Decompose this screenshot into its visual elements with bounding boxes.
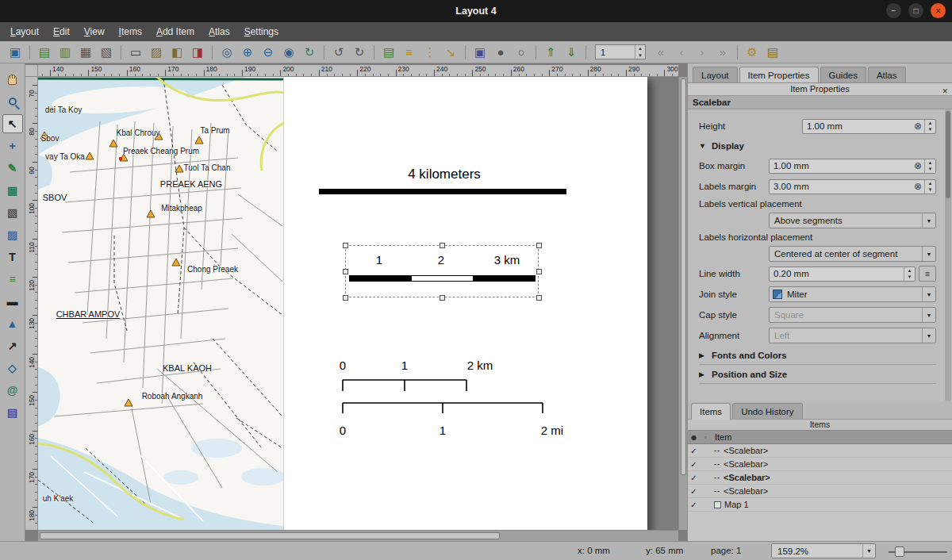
scalebar-top-label[interactable]: 4 kilometers — [408, 167, 481, 182]
selection-handle[interactable] — [536, 269, 542, 274]
export-as-image-icon[interactable]: ▨ — [147, 44, 166, 61]
labels-horizontal-placement-combo[interactable]: Centered at center of segment ▼ — [769, 246, 936, 262]
print-layout-icon[interactable]: ▭ — [126, 44, 145, 61]
item-row[interactable]: ✓--<Scalebar> — [688, 485, 952, 498]
selection-handle[interactable] — [536, 243, 542, 248]
distribute-items-icon[interactable]: ⋮ — [420, 44, 440, 61]
add-shape-tool-button[interactable]: ▲ — [2, 314, 23, 333]
zoom-full-icon[interactable]: ◎ — [217, 44, 236, 61]
spin-buttons[interactable]: ▲▼ — [924, 159, 935, 173]
menu-add-item[interactable]: Add Item — [149, 24, 202, 40]
zoom-in-icon[interactable]: ⊕ — [238, 44, 257, 61]
scrollbar-handle[interactable] — [40, 532, 500, 539]
clear-value-icon[interactable]: ⊗ — [912, 181, 924, 192]
unlock-all-items-icon[interactable]: ○ — [512, 44, 531, 61]
add-arrow-tool-button[interactable]: ↗ — [2, 336, 23, 355]
add-html-tool-button[interactable]: @ — [2, 381, 23, 400]
menu-layout[interactable]: Layout — [3, 24, 46, 40]
spin-buttons[interactable]: ▲▼ — [904, 267, 915, 281]
selection-handle[interactable] — [440, 295, 445, 301]
align-items-icon[interactable]: ≡ — [400, 44, 419, 61]
visibility-checkbox[interactable]: ✓ — [688, 474, 700, 482]
redo-icon[interactable]: ↻ — [350, 44, 369, 61]
item-row[interactable]: ✓--<Scalebar> — [688, 458, 952, 471]
pan-tool-button[interactable] — [2, 70, 23, 89]
scrollbar-handle[interactable] — [946, 111, 950, 198]
line-width-spinbox[interactable]: 0.20 mm ▲▼ — [769, 267, 916, 282]
tab-layout[interactable]: Layout — [693, 67, 738, 82]
zoom-tool-button[interactable] — [2, 92, 23, 111]
resize-items-icon[interactable]: ↘ — [441, 44, 460, 61]
height-spinbox[interactable]: 1.00 mm ⊗ ▲▼ — [802, 119, 936, 134]
add-picture-tool-button[interactable]: ▨ — [2, 225, 23, 244]
layout-canvas[interactable]: dei Ta KoySbovvay Ta OkaKbal ChrouyTa Pr… — [38, 77, 678, 530]
lock-selected-items-icon[interactable]: ● — [491, 44, 510, 61]
panel-close-icon[interactable]: ✕ — [942, 86, 948, 98]
tab-guides[interactable]: Guides — [820, 67, 866, 82]
load-from-template-icon[interactable]: ▧ — [97, 44, 116, 61]
item-row[interactable]: ✓Map 1 — [688, 498, 952, 512]
add-scalebar-tool-button[interactable]: ▬ — [2, 292, 23, 311]
group-items-icon[interactable]: ▣ — [470, 44, 489, 61]
save-as-template-icon[interactable]: ▦ — [76, 44, 95, 61]
item-row[interactable]: ✓--<Scalebar> — [688, 471, 952, 485]
labels-margin-spinbox[interactable]: 3.00 mm ⊗ ▲▼ — [769, 179, 936, 194]
visibility-checkbox[interactable]: ✓ — [688, 447, 700, 455]
layout-page[interactable]: dei Ta KoySbovvay Ta OkaKbal ChrouyTa Pr… — [38, 77, 647, 530]
add-label-tool-button[interactable]: T — [2, 247, 23, 267]
raise-selected-items-icon[interactable]: ⇑ — [541, 44, 560, 61]
add-node-item-tool-button[interactable]: ◇ — [2, 359, 23, 378]
add-attribute-table-tool-button[interactable]: ▤ — [2, 403, 23, 422]
data-defined-override-button[interactable]: ≡ — [919, 266, 936, 282]
labels-vertical-placement-combo[interactable]: Above segments ▼ — [769, 213, 936, 228]
page-number-spinbox[interactable]: 1▲▼ — [595, 44, 646, 59]
zoom-level-combo[interactable]: 159.2% ▼ — [771, 543, 876, 558]
clear-value-icon[interactable]: ⊗ — [912, 160, 924, 171]
export-as-pdf-icon[interactable]: ◨ — [188, 44, 207, 61]
atlas-settings-icon[interactable]: ⚙ — [743, 44, 762, 61]
selection-outline[interactable] — [345, 245, 539, 297]
clear-value-icon[interactable]: ⊗ — [912, 121, 924, 132]
scalebar-bottom-bars[interactable] — [340, 374, 554, 421]
selection-handle[interactable] — [343, 269, 348, 274]
scrollbar-handle[interactable] — [681, 79, 686, 475]
refresh-view-icon[interactable]: ↻ — [300, 44, 319, 61]
close-icon[interactable]: × — [931, 3, 946, 18]
save-layout-icon[interactable]: ▣ — [6, 44, 25, 61]
add-3d-map-tool-button[interactable]: ▧ — [2, 203, 23, 222]
menu-view[interactable]: View — [77, 24, 112, 40]
visibility-checkbox[interactable]: ✓ — [688, 501, 700, 509]
map-item[interactable]: dei Ta KoySbovvay Ta OkaKbal ChrouyTa Pr… — [38, 77, 284, 530]
position-and-size-group-header[interactable]: ▶ Position and Size — [699, 365, 936, 384]
canvas-horizontal-scrollbar[interactable] — [38, 530, 678, 541]
undo-icon[interactable]: ↺ — [329, 44, 348, 61]
tab-undo-history[interactable]: Undo History — [732, 403, 802, 419]
dock-scrollbar[interactable] — [945, 109, 951, 401]
selection-handle[interactable] — [440, 243, 445, 248]
menu-edit[interactable]: Edit — [46, 24, 77, 40]
select-move-item-tool-button[interactable]: ↖ — [2, 114, 23, 133]
tab-item-properties[interactable]: Item Properties — [739, 67, 819, 83]
edit-nodes-item-tool-button[interactable]: ✎ — [2, 159, 23, 178]
zoom-actual-icon[interactable]: ◉ — [279, 44, 298, 61]
add-map-tool-button[interactable]: ▦ — [2, 181, 23, 200]
scalebar-top-bar[interactable] — [319, 189, 566, 194]
join-style-combo[interactable]: Miter ▼ — [769, 286, 936, 302]
canvas-vertical-scrollbar[interactable] — [678, 77, 687, 530]
fonts-and-colors-group-header[interactable]: ▶ Fonts and Colors — [699, 346, 936, 365]
zoom-slider-handle[interactable] — [895, 547, 904, 557]
menu-items[interactable]: Items — [112, 24, 149, 40]
visibility-checkbox[interactable]: ✓ — [688, 487, 700, 496]
menu-settings[interactable]: Settings — [237, 24, 286, 40]
duplicate-layout-icon[interactable]: ▥ — [56, 44, 75, 61]
display-group-header[interactable]: ▼ Display — [699, 136, 936, 155]
spin-buttons[interactable]: ▲▼ — [924, 180, 935, 194]
new-layout-icon[interactable]: ▤ — [35, 44, 54, 61]
atlas-export-icon[interactable]: ▤ — [763, 44, 782, 61]
export-as-svg-icon[interactable]: ◧ — [167, 44, 186, 61]
move-item-content-tool-button[interactable]: + — [2, 136, 23, 155]
box-margin-spinbox[interactable]: 1.00 mm ⊗ ▲▼ — [769, 159, 936, 174]
selection-handle[interactable] — [343, 243, 348, 248]
lower-selected-items-icon[interactable]: ⇓ — [562, 44, 581, 61]
minimize-icon[interactable]: − — [886, 3, 901, 18]
